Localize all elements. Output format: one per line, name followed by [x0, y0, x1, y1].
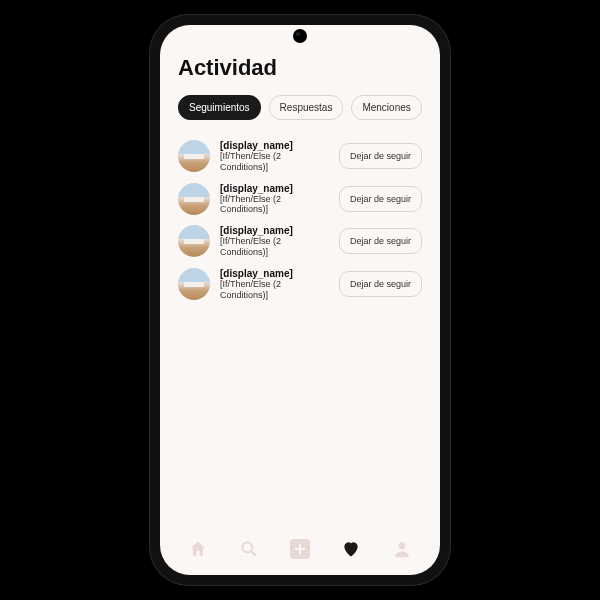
heart-icon[interactable]	[340, 538, 362, 560]
tab-respuestas[interactable]: Respuestas	[269, 95, 344, 120]
list-item-name: [display_name]	[220, 183, 329, 194]
tab-seguimientos[interactable]: Seguimientos	[178, 95, 261, 120]
activity-list: [display_name] [If/Then/Else (2 Conditio…	[178, 140, 422, 300]
avatar[interactable]	[178, 225, 210, 257]
list-item-name: [display_name]	[220, 140, 329, 151]
list-item-sub: [If/Then/Else (2 Conditions)]	[220, 151, 329, 173]
add-icon[interactable]	[289, 538, 311, 560]
screen: Actividad Seguimientos Respuestas Mencio…	[160, 25, 440, 575]
list-item: [display_name] [If/Then/Else (2 Conditio…	[178, 268, 422, 301]
list-item: [display_name] [If/Then/Else (2 Conditio…	[178, 225, 422, 258]
camera-notch	[293, 29, 307, 43]
filter-tabs: Seguimientos Respuestas Menciones	[178, 95, 422, 120]
avatar[interactable]	[178, 140, 210, 172]
list-item-sub: [If/Then/Else (2 Conditions)]	[220, 279, 329, 301]
list-item: [display_name] [If/Then/Else (2 Conditio…	[178, 183, 422, 216]
tab-menciones[interactable]: Menciones	[351, 95, 421, 120]
list-item-sub: [If/Then/Else (2 Conditions)]	[220, 194, 329, 216]
unfollow-button[interactable]: Dejar de seguir	[339, 271, 422, 297]
avatar[interactable]	[178, 183, 210, 215]
content-area: Actividad Seguimientos Respuestas Mencio…	[160, 25, 440, 529]
list-item: [display_name] [If/Then/Else (2 Conditio…	[178, 140, 422, 173]
svg-point-0	[242, 542, 252, 552]
page-title: Actividad	[178, 55, 422, 81]
list-item-name: [display_name]	[220, 225, 329, 236]
list-item-sub: [If/Then/Else (2 Conditions)]	[220, 236, 329, 258]
list-item-info: [display_name] [If/Then/Else (2 Conditio…	[220, 183, 329, 216]
search-icon[interactable]	[238, 538, 260, 560]
list-item-info: [display_name] [If/Then/Else (2 Conditio…	[220, 268, 329, 301]
bottom-nav	[160, 529, 440, 575]
profile-icon[interactable]	[391, 538, 413, 560]
unfollow-button[interactable]: Dejar de seguir	[339, 143, 422, 169]
list-item-info: [display_name] [If/Then/Else (2 Conditio…	[220, 225, 329, 258]
home-icon[interactable]	[187, 538, 209, 560]
list-item-info: [display_name] [If/Then/Else (2 Conditio…	[220, 140, 329, 173]
svg-point-2	[399, 542, 406, 549]
phone-frame: Actividad Seguimientos Respuestas Mencio…	[150, 15, 450, 585]
svg-line-1	[251, 552, 255, 556]
unfollow-button[interactable]: Dejar de seguir	[339, 228, 422, 254]
unfollow-button[interactable]: Dejar de seguir	[339, 186, 422, 212]
list-item-name: [display_name]	[220, 268, 329, 279]
avatar[interactable]	[178, 268, 210, 300]
